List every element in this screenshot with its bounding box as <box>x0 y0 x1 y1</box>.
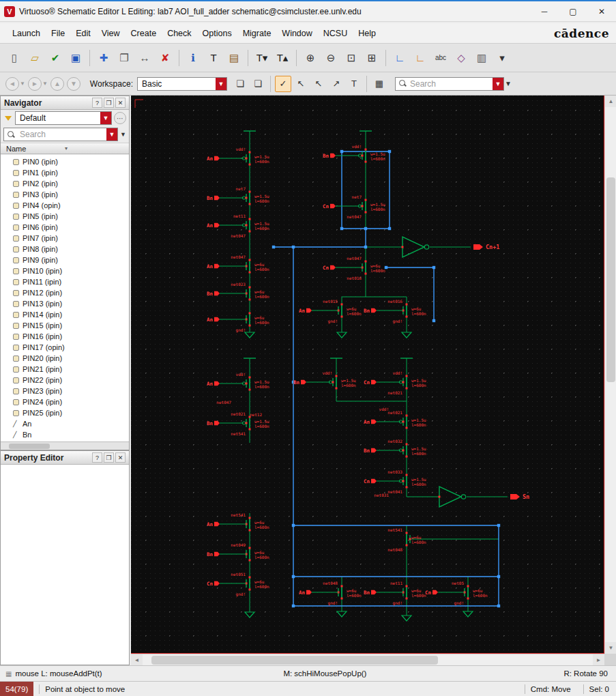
toolbar-search-input[interactable]: Search ▼ <box>395 77 504 91</box>
tree-item-pin7[interactable]: PIN7 (ipin) <box>5 233 129 244</box>
menu-edit[interactable]: Edit <box>70 26 96 41</box>
workspace-save-button[interactable]: ❏ <box>232 76 248 92</box>
create-wire-button[interactable]: ∟ <box>390 48 409 68</box>
nav-back-button-menu-icon[interactable]: ▼ <box>20 81 25 87</box>
menu-view[interactable]: View <box>96 26 126 41</box>
zoom-out-button[interactable]: ⊖ <box>321 48 340 68</box>
canvas-vscrollbar[interactable]: ▲ ▼ <box>604 96 616 654</box>
tree-item-pin8[interactable]: PIN8 (ipin) <box>5 244 129 255</box>
menu-file[interactable]: File <box>46 26 70 41</box>
tree-item-pin9[interactable]: PIN9 (ipin) <box>5 255 129 265</box>
scroll-up-icon[interactable]: ▲ <box>605 96 616 107</box>
menu-ncsu[interactable]: NCSU <box>318 26 353 41</box>
save-button[interactable]: ▣ <box>66 48 85 68</box>
tree-item-pin10[interactable]: PIN10 (ipin) <box>5 265 129 276</box>
hscroll-thumb[interactable] <box>151 656 438 665</box>
tree-item-pin17[interactable]: PIN17 (opin) <box>5 342 129 353</box>
navigator-filter-select[interactable]: Default ▼ <box>15 111 112 125</box>
menu-options[interactable]: Options <box>197 26 237 41</box>
tree-item-pin25[interactable]: PIN25 (ipin) <box>5 407 129 418</box>
tree-item-pin15[interactable]: PIN15 (ipin) <box>5 320 129 331</box>
open-button[interactable]: ▱ <box>25 48 44 68</box>
navigator-hscrollbar[interactable] <box>1 441 129 450</box>
tree-item-pin1[interactable]: PIN1 (ipin) <box>5 167 129 178</box>
menu-window[interactable]: Window <box>276 26 317 41</box>
tree-item-pin14[interactable]: PIN14 (ipin) <box>5 309 129 320</box>
zoom-in-button[interactable]: ⊕ <box>301 48 320 68</box>
toolbar-search-caret-icon[interactable]: ▼ <box>493 78 503 90</box>
tree-item-pin11[interactable]: PIN11 (ipin) <box>5 276 129 287</box>
menu-migrate[interactable]: Migrate <box>237 26 277 41</box>
create-wide-wire-button[interactable]: ∟ <box>411 48 430 68</box>
full-select-button[interactable]: ↖ <box>310 76 327 92</box>
property-editor-float-button[interactable]: ❐ <box>104 452 114 463</box>
menu-launch[interactable]: Launch <box>7 26 46 41</box>
navigator-more-button[interactable]: ⋯ <box>114 112 126 124</box>
zoom-selected-button[interactable]: ⊞ <box>362 48 381 68</box>
tree-item-pin16[interactable]: PIN16 (ipin) <box>5 331 129 342</box>
nav-forward-button-menu-icon[interactable]: ▼ <box>42 81 48 87</box>
minimize-button[interactable]: ─ <box>530 1 559 21</box>
delete-button[interactable]: ✘ <box>156 48 175 68</box>
tree-item-pin22[interactable]: PIN22 (ipin) <box>5 375 129 386</box>
navigator-filter-caret-icon[interactable]: ▼ <box>100 112 111 124</box>
scroll-right-icon[interactable]: ► <box>593 654 604 666</box>
schematic-canvas[interactable]: Anvdd!w=1.5ul=600nBnnet7w=1.5ul=600nAnne… <box>131 96 604 654</box>
nav-back-button[interactable]: ◄ <box>5 77 19 91</box>
tree-item-pin23[interactable]: PIN23 (ipin) <box>5 386 129 396</box>
scroll-left-icon[interactable]: ◄ <box>131 654 143 666</box>
scroll-down-icon[interactable]: ▼ <box>605 642 616 654</box>
tree-item-bn[interactable]: ╱Bn <box>5 429 129 440</box>
tree-item-pin24[interactable]: PIN24 (ipin) <box>5 396 129 407</box>
menu-check[interactable]: Check <box>162 26 196 41</box>
snap-mode-button[interactable]: ▦ <box>371 76 387 92</box>
property-editor-close-button[interactable]: ✕ <box>115 452 126 463</box>
new-cellview-button[interactable]: ▯ <box>5 48 24 68</box>
tree-item-an[interactable]: ╱An <box>5 418 129 429</box>
move-button[interactable]: ✚ <box>94 48 113 68</box>
tree-sort-icon[interactable]: ▾ <box>65 145 123 151</box>
canvas-hscrollbar[interactable]: ◄ ► <box>131 654 604 665</box>
text-select-button[interactable]: T <box>346 76 362 92</box>
create-label-abc-button[interactable]: abc <box>431 48 450 68</box>
tree-item-pin20[interactable]: PIN20 (ipin) <box>5 353 129 364</box>
stretch-button[interactable]: ↔ <box>135 48 154 68</box>
toolbar-more-button[interactable]: ▾ <box>493 48 512 68</box>
create-label-button[interactable]: T <box>204 48 223 68</box>
navigator-help-button[interactable]: ? <box>92 98 102 108</box>
hierarchy-down-button[interactable]: ▼ <box>67 77 80 91</box>
vscroll-thumb[interactable] <box>606 177 615 382</box>
hierarchy-up-button[interactable]: ▲ <box>50 77 64 91</box>
tree-item-pin13[interactable]: PIN13 (ipin) <box>5 298 129 309</box>
toggle-panel-button[interactable]: ▥ <box>472 48 491 68</box>
tree-item-pin2[interactable]: PIN2 (ipin) <box>5 178 129 189</box>
nav-forward-button[interactable]: ► <box>28 77 42 91</box>
zoom-fit-button[interactable]: ⊡ <box>342 48 361 68</box>
partial-select-button[interactable]: ↖ <box>293 76 309 92</box>
schematic-svg[interactable]: Anvdd!w=1.5ul=600nBnnet7w=1.5ul=600nAnne… <box>131 96 604 655</box>
select-mode-button[interactable]: ✓ <box>275 76 291 92</box>
text-larger-button[interactable]: T▴ <box>273 48 292 68</box>
close-button[interactable]: ✕ <box>587 1 616 21</box>
tree-item-pin12[interactable]: PIN12 (ipin) <box>5 287 129 298</box>
copy-button[interactable]: ❐ <box>115 48 134 68</box>
navigator-close-button[interactable]: ✕ <box>115 98 126 108</box>
tree-item-pin5[interactable]: PIN5 (ipin) <box>5 211 129 222</box>
navigator-search-input[interactable]: Search ▼ <box>3 128 118 141</box>
documentation-button[interactable]: ▤ <box>224 48 244 68</box>
info-button[interactable]: ℹ <box>184 48 203 68</box>
tree-item-pin0[interactable]: PIN0 (ipin) <box>5 156 129 167</box>
text-smaller-button[interactable]: T▾ <box>252 48 272 68</box>
navigator-collapse-icon[interactable]: ▼ <box>120 131 126 138</box>
property-editor-help-button[interactable]: ? <box>92 452 102 463</box>
check-and-save-button[interactable]: ✔ <box>46 48 65 68</box>
tree-header[interactable]: Name ▾ <box>1 143 129 154</box>
workspace-revert-button[interactable]: ❏ <box>250 76 266 92</box>
menu-create[interactable]: Create <box>126 26 162 41</box>
workspace-select[interactable]: Basic ▼ <box>137 77 227 91</box>
workspace-caret-icon[interactable]: ▼ <box>216 78 226 90</box>
tree-item-pin21[interactable]: PIN21 (ipin) <box>5 364 129 375</box>
menu-help[interactable]: Help <box>353 26 381 41</box>
probe-select-button[interactable]: ↗ <box>328 76 344 92</box>
tree-item-pin6[interactable]: PIN6 (ipin) <box>5 222 129 233</box>
